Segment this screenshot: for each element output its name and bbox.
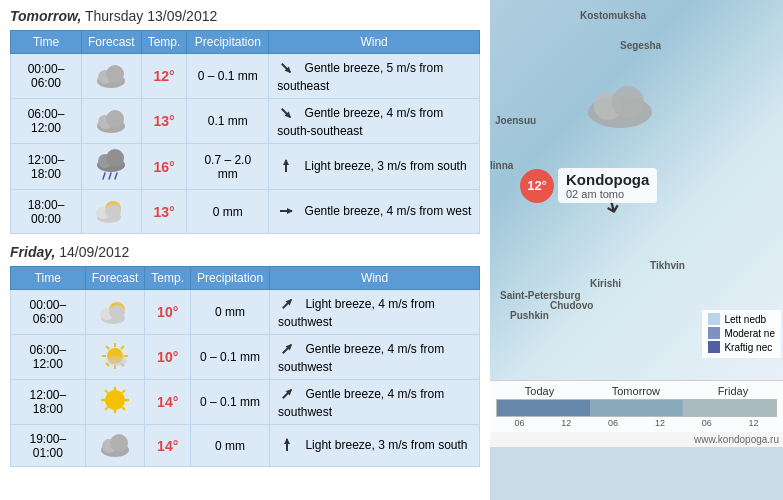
wind-cell: Light breeze, 3 m/s from south [269, 144, 480, 190]
tomorrow-table: Time Forecast Temp. Precipitation Wind 0… [10, 30, 480, 234]
legend-label-3: Kraftig nec [724, 342, 772, 353]
forecast-icon-cell [85, 425, 145, 467]
col-wind-header: Wind [269, 31, 480, 54]
map-temp-badge: 12° [520, 169, 554, 203]
svg-point-2 [106, 65, 124, 83]
time-cell: 06:00–12:00 [11, 99, 82, 144]
table-row: 06:00–12:00 13°0.1 mm Gentle breeze, 4 m… [11, 99, 480, 144]
wind-arrow-icon [278, 295, 298, 315]
time-cell: 00:00–06:00 [11, 54, 82, 99]
precip-cell: 0 mm [191, 425, 270, 467]
svg-point-27 [109, 305, 125, 319]
forecast-icon-cell [81, 99, 141, 144]
map-label-tikhvin: Tikhvin [650, 260, 685, 271]
time-cell: 06:00–12:00 [11, 335, 86, 380]
friday-day-name: Friday, [10, 244, 55, 260]
tl-label-today: Today [525, 385, 554, 397]
map-legend: Lett nedb Moderat ne Kraftig nec [702, 310, 781, 358]
timeline-track [496, 399, 777, 417]
tomorrow-date: Thursday 13/09/2012 [85, 8, 217, 24]
svg-point-55 [110, 434, 128, 452]
svg-marker-23 [287, 208, 293, 214]
wind-cell: Light breeze, 3 m/s from south [270, 425, 480, 467]
map-label-kostomuksha: Kostomuksha [580, 10, 646, 21]
svg-marker-17 [283, 159, 289, 165]
map-panel: Kostomuksha Segesha Joensuu linna Saint-… [490, 0, 783, 500]
tick-4: 12 [655, 418, 665, 428]
svg-line-49 [122, 390, 125, 393]
left-panel: Tomorrow, Thursday 13/09/2012 Time Forec… [0, 0, 490, 500]
wind-arrow-icon [277, 59, 297, 79]
temp-cell: 16° [141, 144, 187, 190]
table-row: 00:00–06:00 12°0 – 0.1 mm Gentle breeze,… [11, 54, 480, 99]
weather-bubble: 12° Kondopoga 02 am tomo [520, 168, 657, 203]
precip-cell: 0.1 mm [187, 99, 269, 144]
col-temp-header-fri: Temp. [145, 267, 191, 290]
wind-cell: Gentle breeze, 4 m/s from south-southeas… [269, 99, 480, 144]
map-label-chudovo: Chudovo [550, 300, 593, 311]
friday-date: 14/09/2012 [59, 244, 129, 260]
map-label-kirishi: Kirishi [590, 278, 621, 289]
forecast-icon-cell [85, 335, 145, 380]
time-cell: 18:00–00:00 [11, 190, 82, 234]
wind-arrow-icon [277, 202, 297, 222]
wind-arrow-icon [277, 157, 297, 177]
precip-cell: 0 mm [187, 190, 269, 234]
tick-5: 06 [702, 418, 712, 428]
svg-line-14 [109, 173, 111, 179]
temp-cell: 13° [141, 190, 187, 234]
city-time: 02 am tomo [566, 188, 649, 200]
time-ticks-row: 06 12 06 12 06 12 [496, 418, 777, 428]
precip-cell: 0.7 – 2.0 mm [187, 144, 269, 190]
map-cloud-icon [580, 80, 660, 133]
wind-cell: Gentle breeze, 4 m/s from southwest [270, 380, 480, 425]
wind-arrow-icon [278, 385, 298, 405]
table-row: 00:00–06:00 10°0 mm Light breeze, 4 m/s … [11, 290, 480, 335]
col-precip-header: Precipitation [187, 31, 269, 54]
time-cell: 12:00–18:00 [11, 380, 86, 425]
tl-friday-block [683, 400, 776, 416]
precip-cell: 0 mm [191, 290, 270, 335]
forecast-icon-cell [81, 54, 141, 99]
tick-2: 12 [561, 418, 571, 428]
col-forecast-header: Forecast [81, 31, 141, 54]
col-forecast-header-fri: Forecast [85, 267, 145, 290]
city-name: Kondopoga [566, 171, 649, 188]
svg-line-50 [105, 407, 108, 410]
wind-cell: Gentle breeze, 4 m/s from southwest [270, 335, 480, 380]
svg-line-37 [121, 346, 124, 349]
map-background: Kostomuksha Segesha Joensuu linna Saint-… [490, 0, 783, 380]
forecast-icon-cell [85, 380, 145, 425]
legend-item-3: Kraftig nec [708, 341, 775, 353]
legend-color-3 [708, 341, 720, 353]
svg-line-13 [103, 173, 105, 179]
wind-cell: Gentle breeze, 5 m/s from southeast [269, 54, 480, 99]
svg-line-47 [105, 390, 108, 393]
svg-point-12 [106, 149, 124, 167]
precip-cell: 0 – 0.1 mm [191, 335, 270, 380]
timeline-labels-row: Today Tomorrow Friday [496, 385, 777, 397]
col-time-header: Time [11, 31, 82, 54]
svg-point-7 [106, 110, 124, 128]
legend-color-2 [708, 327, 720, 339]
wind-arrow-icon [278, 436, 298, 456]
col-temp-header: Temp. [141, 31, 187, 54]
svg-line-15 [115, 173, 117, 179]
table-row: 06:00–12:00 10°0 – 0.1 mm Gentle breeze,… [11, 335, 480, 380]
temp-cell: 14° [145, 380, 191, 425]
map-label-linna: linna [490, 160, 513, 171]
wind-arrow-icon [278, 340, 298, 360]
tl-label-tomorrow: Tomorrow [612, 385, 660, 397]
table-row: 19:00–01:00 14°0 mm Light breeze, 3 m/s … [11, 425, 480, 467]
temp-cell: 13° [141, 99, 187, 144]
tl-tomorrow-block [590, 400, 683, 416]
svg-line-48 [122, 407, 125, 410]
time-cell: 12:00–18:00 [11, 144, 82, 190]
time-cell: 19:00–01:00 [11, 425, 86, 467]
col-wind-header-fri: Wind [270, 267, 480, 290]
svg-line-35 [106, 346, 109, 349]
table-row: 12:00–18:00 16°0.7 – 2.0 mm Light breeze… [11, 144, 480, 190]
tick-6: 12 [749, 418, 759, 428]
legend-color-1 [708, 313, 720, 325]
precip-cell: 0 – 0.1 mm [187, 54, 269, 99]
